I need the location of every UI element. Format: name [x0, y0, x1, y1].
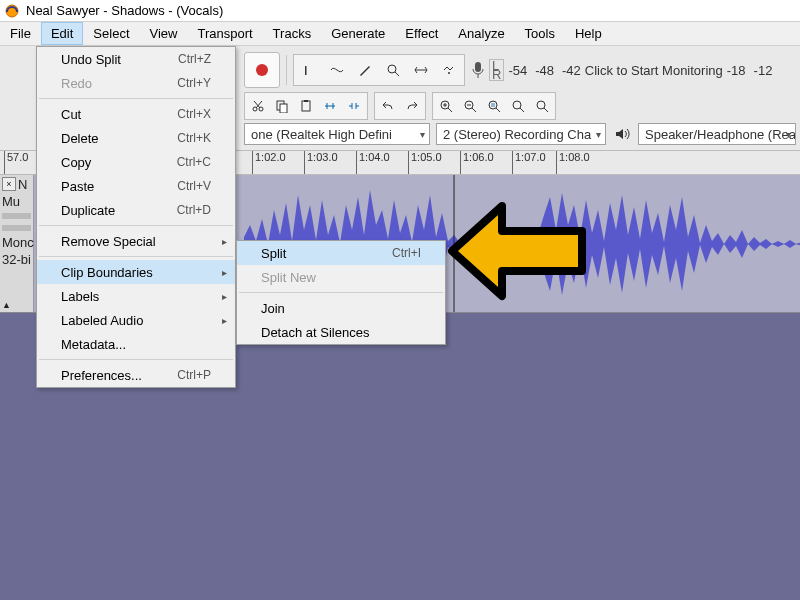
draw-tool-icon[interactable]: [352, 57, 378, 83]
menu-split[interactable]: SplitCtrl+I: [237, 241, 445, 265]
zoom-tool-icon[interactable]: [380, 57, 406, 83]
trim-icon[interactable]: [319, 95, 341, 117]
playback-device-combo[interactable]: Speaker/Headphone (Realtek Hig: [638, 123, 796, 145]
undo-icon[interactable]: [377, 95, 399, 117]
menu-generate[interactable]: Generate: [321, 22, 395, 45]
mic-icon: [471, 61, 485, 79]
svg-text:I: I: [304, 63, 308, 78]
svg-point-3: [388, 65, 396, 73]
menu-paste[interactable]: PasteCtrl+V: [37, 174, 235, 198]
menu-transport[interactable]: Transport: [187, 22, 262, 45]
clip-boundaries-submenu: SplitCtrl+I Split New Join Detach at Sil…: [236, 240, 446, 345]
speaker-icon: [612, 124, 632, 144]
menu-preferences[interactable]: Preferences...Ctrl+P: [37, 363, 235, 387]
menu-split-new[interactable]: Split New: [237, 265, 445, 289]
output-device-combo[interactable]: one (Realtek High Defini: [244, 123, 430, 145]
recording-channels-combo[interactable]: 2 (Stereo) Recording Cha: [436, 123, 606, 145]
menu-metadata[interactable]: Metadata...: [37, 332, 235, 356]
selection-tool-icon[interactable]: I: [296, 57, 322, 83]
record-button[interactable]: [244, 52, 280, 88]
cut-icon[interactable]: [247, 95, 269, 117]
svg-rect-11: [302, 101, 310, 111]
meter-click-label[interactable]: Click to Start Monitoring: [585, 63, 723, 78]
annotation-arrow-icon: [442, 196, 602, 306]
menu-clip-boundaries[interactable]: Clip Boundaries▸: [37, 260, 235, 284]
app-icon: [4, 3, 20, 19]
multi-tool-icon[interactable]: [436, 57, 462, 83]
menu-detach-silences[interactable]: Detach at Silences: [237, 320, 445, 344]
menu-select[interactable]: Select: [83, 22, 139, 45]
recording-meter[interactable]: LR -54-48-42 Click to Start Monitoring -…: [471, 59, 772, 81]
copy-icon[interactable]: [271, 95, 293, 117]
paste-icon[interactable]: [295, 95, 317, 117]
svg-rect-10: [280, 104, 287, 113]
separator: [286, 55, 287, 85]
menu-remove-special[interactable]: Remove Special▸: [37, 229, 235, 253]
svg-point-18: [537, 101, 545, 109]
menu-tracks[interactable]: Tracks: [263, 22, 322, 45]
fit-project-icon[interactable]: [507, 95, 529, 117]
svg-rect-12: [304, 100, 308, 102]
zoom-toggle-icon[interactable]: [531, 95, 553, 117]
menu-undo[interactable]: Undo SplitCtrl+Z: [37, 47, 235, 71]
menu-edit[interactable]: Edit: [41, 22, 83, 45]
titlebar: Neal Sawyer - Shadows - (Vocals): [0, 0, 800, 22]
envelope-tool-icon[interactable]: [324, 57, 350, 83]
menu-duplicate[interactable]: DuplicateCtrl+D: [37, 198, 235, 222]
silence-icon[interactable]: [343, 95, 365, 117]
menu-file[interactable]: File: [0, 22, 41, 45]
menu-delete[interactable]: DeleteCtrl+K: [37, 126, 235, 150]
menu-labels[interactable]: Labels▸: [37, 284, 235, 308]
menu-tools[interactable]: Tools: [515, 22, 565, 45]
menu-analyze[interactable]: Analyze: [448, 22, 514, 45]
zoom-out-icon[interactable]: [459, 95, 481, 117]
menu-labeled-audio[interactable]: Labeled Audio▸: [37, 308, 235, 332]
zoom-in-icon[interactable]: [435, 95, 457, 117]
svg-rect-6: [475, 62, 481, 72]
fit-selection-icon[interactable]: [483, 95, 505, 117]
redo-icon[interactable]: [401, 95, 423, 117]
svg-point-5: [448, 72, 450, 74]
timeshift-tool-icon[interactable]: [408, 57, 434, 83]
menu-redo[interactable]: RedoCtrl+Y: [37, 71, 235, 95]
menu-effect[interactable]: Effect: [395, 22, 448, 45]
window-title: Neal Sawyer - Shadows - (Vocals): [26, 3, 223, 18]
svg-point-17: [513, 101, 521, 109]
menu-cut[interactable]: CutCtrl+X: [37, 102, 235, 126]
menubar: File Edit Select View Transport Tracks G…: [0, 22, 800, 46]
svg-point-1: [256, 64, 268, 76]
menu-view[interactable]: View: [140, 22, 188, 45]
menu-help[interactable]: Help: [565, 22, 612, 45]
track-header[interactable]: ×N Mu Monc 32-bi ▲: [0, 175, 34, 312]
edit-dropdown: Undo SplitCtrl+Z RedoCtrl+Y CutCtrl+X De…: [36, 46, 236, 388]
track-close-icon[interactable]: ×: [2, 177, 16, 191]
svg-line-4: [395, 72, 399, 76]
menu-join[interactable]: Join: [237, 296, 445, 320]
menu-copy[interactable]: CopyCtrl+C: [37, 150, 235, 174]
svg-rect-16: [491, 103, 495, 107]
